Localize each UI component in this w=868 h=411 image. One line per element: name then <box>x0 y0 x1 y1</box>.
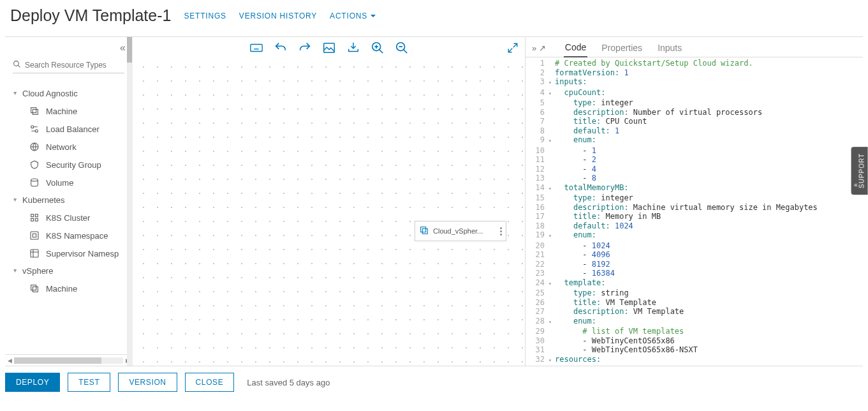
node-actions-icon[interactable] <box>500 227 502 235</box>
version-button[interactable]: VERSION <box>118 373 177 392</box>
resource-sidebar: « ▸Cloud AgnosticMachineLoad BalancerNet… <box>5 37 133 366</box>
save-status: Last saved 5 days ago <box>247 378 330 387</box>
code-line[interactable]: 18 default: 1024 <box>526 221 863 231</box>
resource-icon <box>29 248 40 258</box>
svg-rect-13 <box>31 285 36 290</box>
code-line[interactable]: 22 - 8192 <box>526 260 863 269</box>
svg-rect-16 <box>323 43 334 53</box>
collapse-sidebar-icon[interactable]: « <box>120 42 126 54</box>
code-line[interactable]: 33▾ Cloud_vSphere_Machine_1: <box>526 365 863 366</box>
svg-rect-20 <box>422 228 427 234</box>
search-input[interactable] <box>25 61 124 70</box>
sidebar-item[interactable]: K8S Namespace <box>9 227 132 244</box>
search-input-wrap <box>13 60 124 73</box>
code-line[interactable]: 23 - 16384 <box>526 269 863 278</box>
code-line[interactable]: 13 - 8 <box>526 174 863 183</box>
sidebar-item[interactable]: Load Balancer <box>9 120 132 138</box>
code-line[interactable]: 2formatVersion: 1 <box>526 68 863 78</box>
svg-rect-12 <box>31 250 38 257</box>
sidebar-item[interactable]: Machine <box>9 102 132 120</box>
deploy-button[interactable]: DEPLOY <box>5 373 60 392</box>
code-line[interactable]: 29 # list of VM templates <box>526 327 863 336</box>
undo-icon[interactable] <box>274 41 288 55</box>
sidebar-item[interactable]: Machine <box>9 280 132 297</box>
svg-point-4 <box>35 130 38 132</box>
resource-icon <box>29 160 40 170</box>
code-line[interactable]: 8 default: 1 <box>526 126 863 136</box>
code-line[interactable]: 4▾ cpuCount: <box>526 88 863 99</box>
code-line[interactable]: 19▾ enum: <box>526 230 863 241</box>
svg-rect-7 <box>31 214 34 217</box>
chevron-down-icon: ▸ <box>12 198 19 202</box>
fit-icon[interactable] <box>346 41 360 55</box>
tab-code[interactable]: Code <box>564 40 587 57</box>
resource-icon <box>29 106 40 116</box>
resource-icon <box>29 177 40 188</box>
code-line[interactable]: 32▾resources: <box>526 355 863 366</box>
sidebar-item[interactable]: K8S Cluster <box>9 209 132 227</box>
svg-rect-9 <box>31 218 34 221</box>
search-icon <box>13 60 21 70</box>
code-line[interactable]: 28▾ enum: <box>526 317 863 327</box>
code-editor[interactable]: 1# Created by Quickstart/Setup Cloud wiz… <box>526 57 863 366</box>
redo-icon[interactable] <box>298 41 312 55</box>
code-line[interactable]: 24▾ template: <box>526 278 863 289</box>
code-line[interactable]: 9▾ enum: <box>526 135 863 146</box>
code-line[interactable]: 21 - 4096 <box>526 250 863 260</box>
zoom-out-icon[interactable] <box>395 41 409 55</box>
expand-code-icon[interactable]: » ↗ <box>532 43 546 53</box>
code-line[interactable]: 10 - 1 <box>526 146 863 156</box>
svg-rect-14 <box>33 287 38 292</box>
svg-point-6 <box>31 179 38 181</box>
svg-rect-15 <box>250 45 261 52</box>
sidebar-item[interactable]: Security Group <box>9 156 132 174</box>
code-line[interactable]: 26 title: VM Template <box>526 298 863 308</box>
sidebar-group[interactable]: ▸Cloud Agnostic <box>9 85 132 102</box>
code-line[interactable]: 16 description: Machine virtual memory s… <box>526 203 863 213</box>
code-line[interactable]: 12 - 4 <box>526 165 863 174</box>
code-line[interactable]: 11 - 2 <box>526 155 863 165</box>
code-line[interactable]: 17 title: Memory in MB <box>526 212 863 221</box>
code-line[interactable]: 15 type: integer <box>526 193 863 203</box>
resource-icon <box>29 124 40 134</box>
svg-rect-2 <box>33 109 38 114</box>
code-line[interactable]: 3▾inputs: <box>526 77 863 88</box>
sidebar-group[interactable]: ▸Kubernetes <box>9 191 132 209</box>
sidebar-item[interactable]: Network <box>9 138 132 156</box>
svg-point-3 <box>31 126 34 128</box>
settings-link[interactable]: SETTINGS <box>184 11 226 20</box>
code-line[interactable]: 1# Created by Quickstart/Setup Cloud wiz… <box>526 59 863 68</box>
canvas-panel: Cloud_vSpher... <box>133 37 525 366</box>
sidebar-group[interactable]: ▸vSphere <box>9 262 132 280</box>
test-button[interactable]: TEST <box>68 373 110 392</box>
resource-icon <box>29 142 40 152</box>
support-tab[interactable]: SUPPORT <box>851 147 868 195</box>
actions-dropdown[interactable]: ACTIONS <box>330 11 376 20</box>
code-line[interactable]: 27 description: VM Template <box>526 307 863 317</box>
version-history-link[interactable]: VERSION HISTORY <box>239 11 317 20</box>
keyboard-icon[interactable] <box>249 41 263 55</box>
code-line[interactable]: 5 type: integer <box>526 98 863 108</box>
code-line[interactable]: 31 - WebTinyCentOS65x86-NSXT <box>526 345 863 355</box>
zoom-in-icon[interactable] <box>371 41 385 55</box>
tab-inputs[interactable]: Inputs <box>656 40 683 57</box>
design-canvas[interactable]: Cloud_vSpher... <box>133 56 525 366</box>
svg-rect-1 <box>31 108 36 113</box>
sidebar-vscroll[interactable] <box>127 37 132 366</box>
image-icon[interactable] <box>322 41 336 55</box>
sidebar-hscroll[interactable]: ◀▶ <box>5 354 132 366</box>
code-line[interactable]: 20 - 1024 <box>526 241 863 251</box>
code-line[interactable]: 30 - WebTinyCentOS65x86 <box>526 336 863 346</box>
resource-icon <box>29 283 40 294</box>
sidebar-item[interactable]: Volume <box>9 174 132 191</box>
canvas-node[interactable]: Cloud_vSpher... <box>415 221 506 241</box>
code-line[interactable]: 7 title: CPU Count <box>526 117 863 126</box>
expand-canvas-icon[interactable] <box>507 42 519 56</box>
code-line[interactable]: 14▾ totalMemoryMB: <box>526 183 863 194</box>
close-button[interactable]: CLOSE <box>185 373 235 392</box>
code-line[interactable]: 6 description: Number of virtual process… <box>526 108 863 117</box>
code-line[interactable]: 25 type: string <box>526 288 863 298</box>
sidebar-item[interactable]: Supervisor Namesp <box>9 244 132 262</box>
svg-rect-10 <box>35 218 38 221</box>
tab-properties[interactable]: Properties <box>600 40 644 57</box>
